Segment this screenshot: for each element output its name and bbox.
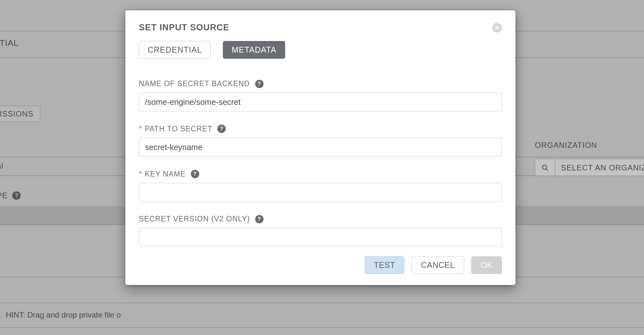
modal-tabs: CREDENTIAL METADATA xyxy=(139,41,502,59)
input-secret-version[interactable] xyxy=(139,228,502,247)
tab-metadata[interactable]: METADATA xyxy=(223,41,285,59)
field-secret-backend: NAME OF SECRET BACKEND ? xyxy=(139,79,502,111)
help-icon[interactable]: ? xyxy=(255,80,264,88)
cancel-button[interactable]: CANCEL xyxy=(411,256,464,274)
hint-text: HINT: Drag and drop private file o xyxy=(6,310,121,320)
help-icon[interactable]: ? xyxy=(255,215,264,223)
tab-credential[interactable]: CREDENTIAL xyxy=(139,41,211,59)
required-asterisk: * xyxy=(139,124,142,133)
help-icon[interactable]: ? xyxy=(191,170,199,178)
organization-label: ORGANIZATION xyxy=(535,141,597,150)
set-input-source-modal: SET INPUT SOURCE CREDENTIAL METADATA NAM… xyxy=(125,10,515,285)
field-key-name: * KEY NAME ? xyxy=(139,169,502,202)
field-path-to-secret: * PATH TO SECRET ? xyxy=(139,124,502,157)
label-secret-version: SECRET VERSION (V2 ONLY) xyxy=(139,215,250,223)
close-icon xyxy=(495,25,499,30)
modal-title: SET INPUT SOURCE xyxy=(139,23,229,33)
test-button[interactable]: TEST xyxy=(365,256,405,274)
bg-text-al: al xyxy=(0,161,4,170)
modal-footer: TEST CANCEL OK xyxy=(139,256,502,274)
page-header-fragment: IT CREDENTIAL xyxy=(0,38,19,48)
field-secret-version: SECRET VERSION (V2 ONLY) ? xyxy=(139,215,502,247)
label-key-name: KEY NAME xyxy=(145,170,185,178)
help-icon[interactable]: ? xyxy=(217,125,226,133)
type-label-fragment: PE xyxy=(0,191,8,200)
label-secret-backend: NAME OF SECRET BACKEND xyxy=(139,79,250,88)
input-secret-backend[interactable] xyxy=(139,93,502,111)
ok-button[interactable]: OK xyxy=(471,256,502,274)
required-asterisk: * xyxy=(139,169,142,178)
input-key-name[interactable] xyxy=(139,183,502,202)
close-button[interactable] xyxy=(492,23,502,33)
label-path-to-secret: PATH TO SECRET xyxy=(145,125,212,133)
input-path-to-secret[interactable] xyxy=(139,138,502,157)
help-icon[interactable]: ? xyxy=(12,191,21,200)
permissions-button[interactable]: PERMISSIONS xyxy=(0,106,40,122)
